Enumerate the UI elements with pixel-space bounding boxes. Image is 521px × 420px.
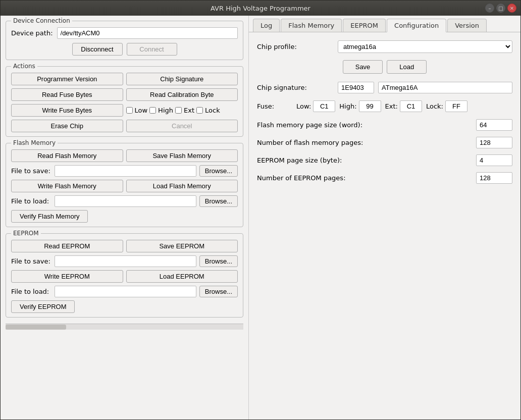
verify-flash-row: Verify Flash Memory <box>11 210 238 223</box>
flash-memory-grid-2: Write Flash Memory Load Flash Memory <box>11 180 238 192</box>
scrollbar-thumb[interactable] <box>6 325 66 330</box>
chip-signature-name-input[interactable] <box>378 82 512 93</box>
write-flash-button[interactable]: Write Flash Memory <box>11 180 123 192</box>
fuse-high-input[interactable] <box>359 100 381 112</box>
eeprom-grid: Read EEPROM Save EEPROM <box>11 240 238 252</box>
verify-flash-button[interactable]: Verify Flash Memory <box>11 210 88 223</box>
eeprom-file-save-input[interactable] <box>55 255 196 267</box>
titlebar: AVR High Voltage Programmer – □ ✕ <box>1 1 520 16</box>
programmer-version-button[interactable]: Programmer Version <box>11 73 123 85</box>
fuse-lock-input[interactable] <box>445 100 467 112</box>
disconnect-button[interactable]: Disconnect <box>72 43 123 56</box>
device-connection-label: Device Connection <box>11 17 72 24</box>
flash-pages-row: Number of flash memory pages: <box>257 137 512 148</box>
eeprom-grid-2: Write EEPROM Load EEPROM <box>11 270 238 283</box>
tab-log[interactable]: Log <box>253 19 280 32</box>
fuse-low-input[interactable] <box>313 100 335 112</box>
checkbox-lock[interactable] <box>196 107 203 114</box>
read-flash-button[interactable]: Read Flash Memory <box>11 149 123 162</box>
eeprom-load-row: File to load: Browse... <box>11 286 238 297</box>
verify-eeprom-row: Verify EEPROM <box>11 300 238 313</box>
save-load-group: Save Load <box>257 60 512 74</box>
fuse-low-label: Low: <box>296 102 311 110</box>
configuration-content: Chip profile: atmega16a Save Load Chip s… <box>249 32 520 419</box>
actions-section: Actions Programmer Version Chip Signatur… <box>6 66 243 137</box>
load-flash-button[interactable]: Load Flash Memory <box>126 180 238 192</box>
maximize-button[interactable]: □ <box>496 4 505 13</box>
fuse-low-item: Low: <box>296 100 335 112</box>
device-path-input[interactable] <box>57 27 238 39</box>
config-save-button[interactable]: Save <box>343 60 383 74</box>
flash-page-size-input[interactable] <box>476 119 512 131</box>
fuse-ext-item: Ext: <box>385 100 422 112</box>
horizontal-scrollbar[interactable] <box>6 324 243 330</box>
eeprom-pages-input[interactable] <box>476 172 512 184</box>
eeprom-page-size-row: EEPROM page size (byte): <box>257 154 512 166</box>
fuse-row: Fuse: Low: High: Ext: Lock: <box>257 100 512 112</box>
flash-pages-input[interactable] <box>476 137 512 148</box>
checkbox-ext-label: Ext <box>184 107 194 114</box>
close-button[interactable]: ✕ <box>507 4 516 13</box>
checkbox-low[interactable] <box>126 107 133 114</box>
tab-flash-memory[interactable]: Flash Memory <box>281 19 342 32</box>
read-calibration-byte-button[interactable]: Read Calibration Byte <box>126 88 238 101</box>
eeprom-save-row: File to save: Browse... <box>11 255 238 267</box>
minimize-button[interactable]: – <box>485 4 494 13</box>
save-flash-button[interactable]: Save Flash Memory <box>126 149 238 162</box>
right-panel: Log Flash Memory EEPROM Configuration Ve… <box>249 16 520 419</box>
erase-chip-button[interactable]: Erase Chip <box>11 120 123 132</box>
flash-file-save-input[interactable] <box>55 165 196 177</box>
fuse-ext-label: Ext: <box>385 102 398 110</box>
checkbox-low-label: Low <box>135 107 148 114</box>
eeprom-pages-label: Number of EEPROM pages: <box>257 174 476 182</box>
device-connection-section: Device Connection Device path: Disconnec… <box>6 21 243 60</box>
eeprom-browse-load-button[interactable]: Browse... <box>199 286 238 297</box>
eeprom-page-size-label: EEPROM page size (byte): <box>257 156 476 164</box>
load-eeprom-button[interactable]: Load EEPROM <box>126 270 238 283</box>
eeprom-label: EEPROM <box>11 230 41 237</box>
eeprom-browse-save-button[interactable]: Browse... <box>199 255 238 267</box>
chip-profile-label: Chip profile: <box>257 43 338 50</box>
checkbox-high[interactable] <box>149 107 156 114</box>
verify-eeprom-button[interactable]: Verify EEPROM <box>11 300 75 313</box>
device-path-row: Device path: <box>11 27 238 39</box>
flash-memory-grid: Read Flash Memory Save Flash Memory <box>11 149 238 162</box>
window-controls: – □ ✕ <box>485 4 516 13</box>
fuse-lock-label: Lock: <box>426 102 443 110</box>
write-eeprom-button[interactable]: Write EEPROM <box>11 270 123 283</box>
read-fuse-bytes-button[interactable]: Read Fuse Bytes <box>11 88 123 101</box>
eeprom-file-load-input[interactable] <box>55 286 196 297</box>
flash-browse-save-button[interactable]: Browse... <box>199 165 238 177</box>
checkbox-ext[interactable] <box>175 107 182 114</box>
actions-grid: Programmer Version Chip Signature Read F… <box>11 73 238 117</box>
tab-version[interactable]: Version <box>447 19 487 32</box>
fuse-ext-input[interactable] <box>400 100 422 112</box>
save-eeprom-button[interactable]: Save EEPROM <box>126 240 238 252</box>
write-fuse-bytes-button[interactable]: Write Fuse Bytes <box>11 104 123 117</box>
tab-eeprom[interactable]: EEPROM <box>343 19 386 32</box>
window-title: AVR High Voltage Programmer <box>211 5 310 12</box>
chip-signature-hex-input[interactable] <box>338 82 374 93</box>
actions-label: Actions <box>11 63 37 70</box>
tabs-bar: Log Flash Memory EEPROM Configuration Ve… <box>249 16 520 32</box>
flash-file-load-label: File to load: <box>11 197 51 205</box>
flash-save-row: File to save: Browse... <box>11 165 238 177</box>
eeprom-pages-row: Number of EEPROM pages: <box>257 172 512 184</box>
flash-page-size-label: Flash memory page size (word): <box>257 121 476 129</box>
fuse-high-item: High: <box>339 100 381 112</box>
cancel-button[interactable]: Cancel <box>126 120 238 132</box>
chip-profile-select[interactable]: atmega16a <box>338 40 512 53</box>
flash-file-load-input[interactable] <box>55 195 196 207</box>
read-eeprom-button[interactable]: Read EEPROM <box>11 240 123 252</box>
connect-button[interactable]: Connect <box>127 43 177 56</box>
flash-browse-load-button[interactable]: Browse... <box>199 195 238 207</box>
eeprom-file-save-label: File to save: <box>11 257 51 265</box>
left-panel: Device Connection Device path: Disconnec… <box>1 16 249 419</box>
chip-signature-button[interactable]: Chip Signature <box>126 73 238 85</box>
chip-signature-label: Chip signature: <box>257 84 338 91</box>
config-load-button[interactable]: Load <box>387 60 427 74</box>
main-content: Device Connection Device path: Disconnec… <box>1 16 520 419</box>
tab-configuration[interactable]: Configuration <box>387 19 446 32</box>
eeprom-page-size-input[interactable] <box>476 154 512 166</box>
fuse-lock-item: Lock: <box>426 100 467 112</box>
